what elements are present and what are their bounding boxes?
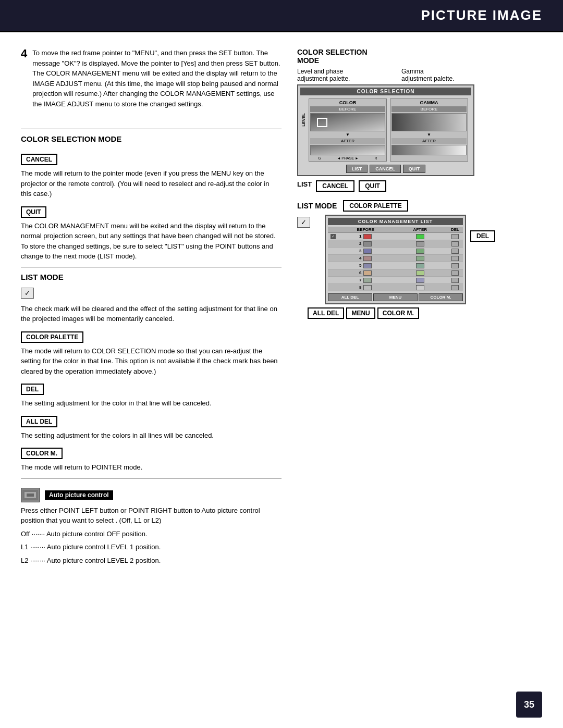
cml-del-1 — [451, 234, 459, 239]
cml-title: COLOR MANAGEMENT LIST — [328, 218, 463, 225]
cml-del-8 — [451, 285, 459, 290]
list-cancel-quit-row: LIST CANCEL QUIT — [297, 180, 495, 192]
menu-bottom-box: MENU — [346, 307, 375, 319]
cml-row-7: 7 — [328, 277, 463, 284]
gamma-label: Gamma adjustment palette. — [401, 68, 454, 82]
color-palette-desc: The mode will return to COLOR SELECTION … — [21, 346, 282, 377]
list-label: LIST — [297, 180, 312, 192]
cml-after-swatch-8 — [416, 285, 424, 290]
cml-row-1: ✓ 1 — [328, 233, 463, 240]
level-label: LEVEL — [301, 113, 306, 127]
cml-del-6 — [451, 270, 459, 276]
cml-before-swatch-5 — [363, 263, 372, 268]
all-del-btn[interactable]: ALL DEL — [328, 293, 372, 301]
color-palette-label: COLOR PALETTE — [21, 331, 83, 343]
color-m-desc: The mode will return to POINTER mode. — [21, 462, 282, 473]
after-label-gamma: AFTER — [391, 138, 467, 144]
step-number: 4 — [21, 48, 27, 60]
cml-del-7 — [451, 278, 459, 283]
cml-row-5: 5 — [328, 262, 463, 269]
color-palette-box: COLOR PALETTE — [343, 200, 408, 212]
color-selection-mode-heading: COLOR SELECTION MODE — [21, 134, 282, 143]
cml-after-swatch-5 — [416, 263, 424, 268]
color-selection-diagram: COLOR SELECTION LEVEL COLOR BEFORE ▼ AFT… — [297, 84, 474, 176]
list-mode-right-heading: LIST MODE — [297, 202, 337, 210]
right-column: COLOR SELECTION MODE Level and phase adj… — [297, 48, 495, 569]
auto-picture-desc4: L2 ········ Auto picture control LEVEL 2… — [21, 556, 282, 566]
cml-bottom-buttons: ALL DEL MENU COLOR M. — [328, 293, 463, 301]
diagram-labels: Level and phase adjustment palette. Gamm… — [297, 68, 495, 82]
cml-after-swatch-1 — [416, 234, 424, 239]
auto-picture-row: Auto picture control — [21, 488, 282, 502]
list-button[interactable]: LIST — [346, 165, 368, 173]
cml-check-1: ✓ — [331, 234, 336, 239]
cml-before-swatch-2 — [363, 241, 372, 246]
svg-rect-2 — [27, 493, 34, 497]
cml-row-8: 8 — [328, 284, 463, 291]
page-header: PICTURE IMAGE — [0, 0, 563, 32]
del-box: DEL — [470, 230, 495, 242]
all-del-label: ALL DEL — [21, 416, 57, 427]
phase-label: ◄ PHASE ► — [337, 156, 358, 160]
cancel-desc: The mode will return to the pointer mode… — [21, 168, 282, 199]
cml-header: BEFORE AFTER DEL — [328, 227, 463, 233]
cancel-button[interactable]: CANCEL — [370, 165, 401, 173]
cml-after-swatch-2 — [416, 241, 424, 246]
color-panel-title: COLOR — [310, 100, 385, 105]
g-label: G — [318, 156, 321, 160]
cml-after-swatch-7 — [416, 278, 424, 283]
list-mode-heading: LIST MODE — [21, 273, 282, 281]
auto-picture-desc2: Off ······· Auto picture control OFF pos… — [21, 529, 282, 539]
menu-btn[interactable]: MENU — [373, 293, 418, 301]
step4-text: To move the red frame pointer to "MENU",… — [32, 48, 282, 109]
check-icon: ✓ — [21, 288, 34, 299]
quit-box: QUIT — [359, 180, 386, 192]
color-m-bottom-box: COLOR M. — [377, 307, 419, 319]
before-label-color: BEFORE — [310, 106, 385, 112]
diagram-title: COLOR SELECTION — [300, 88, 471, 95]
cml-after-swatch-4 — [416, 256, 424, 261]
after-label-color: AFTER — [310, 138, 385, 144]
down-arrow-icon: ▼ — [346, 132, 350, 137]
auto-picture-desc3: L1 ········ Auto picture control LEVEL 1… — [21, 542, 282, 552]
quit-desc: The COLOR MANAGEMENT menu will be exited… — [21, 221, 282, 262]
del-label: DEL — [21, 384, 44, 395]
cancel-label: CANCEL — [21, 154, 57, 165]
cml-before-swatch-6 — [363, 270, 372, 276]
right-color-selection-heading: COLOR SELECTION MODE — [297, 48, 495, 65]
all-del-desc: The setting adjustment for the colors in… — [21, 430, 282, 441]
cml-after-header: AFTER — [393, 227, 448, 232]
cml-after-swatch-6 — [416, 270, 424, 276]
page-number: 35 — [516, 692, 542, 718]
auto-picture-desc1: Press either POINT LEFT button or POINT … — [21, 505, 282, 526]
cml-before-swatch-8 — [363, 285, 372, 290]
cml-row-6: 6 — [328, 269, 463, 277]
level-phase-label: Level and phase adjustment palette. — [297, 68, 375, 82]
cml-del-3 — [451, 249, 459, 254]
color-m-btn[interactable]: COLOR M. — [419, 293, 463, 301]
before-label-gamma: BEFORE — [391, 106, 467, 112]
gamma-panel-title: GAMMA — [391, 100, 467, 105]
auto-picture-icon — [21, 488, 40, 502]
cml-row-2: 2 — [328, 240, 463, 248]
all-del-bottom-box: ALL DEL — [308, 307, 344, 319]
down-arrow-gamma-icon: ▼ — [427, 132, 431, 137]
del-desc: The setting adjustment for the color in … — [21, 398, 282, 409]
all-del-row: ALL DEL MENU COLOR M. — [308, 307, 495, 319]
cml-before-header: BEFORE — [338, 227, 393, 232]
list-check-icon: ✓ — [297, 217, 310, 228]
cml-row-4: 4 — [328, 255, 463, 262]
cml-del-5 — [451, 263, 459, 268]
cml-before-swatch-3 — [363, 249, 372, 254]
check-desc: The check mark will be cleared and the e… — [21, 304, 282, 324]
quit-button[interactable]: QUIT — [403, 165, 426, 173]
color-m-label: COLOR M. — [21, 448, 63, 459]
cml-before-swatch-7 — [363, 278, 372, 283]
left-column: 4 To move the red frame pointer to "MENU… — [21, 48, 282, 569]
page-title: PICTURE IMAGE — [421, 7, 542, 23]
cml-del-header: DEL — [447, 227, 463, 232]
cml-diagram: COLOR MANAGEMENT LIST BEFORE AFTER DEL ✓… — [325, 215, 466, 304]
cancel-box: CANCEL — [316, 180, 354, 192]
quit-label: QUIT — [21, 206, 46, 218]
cml-before-swatch-4 — [363, 256, 372, 261]
